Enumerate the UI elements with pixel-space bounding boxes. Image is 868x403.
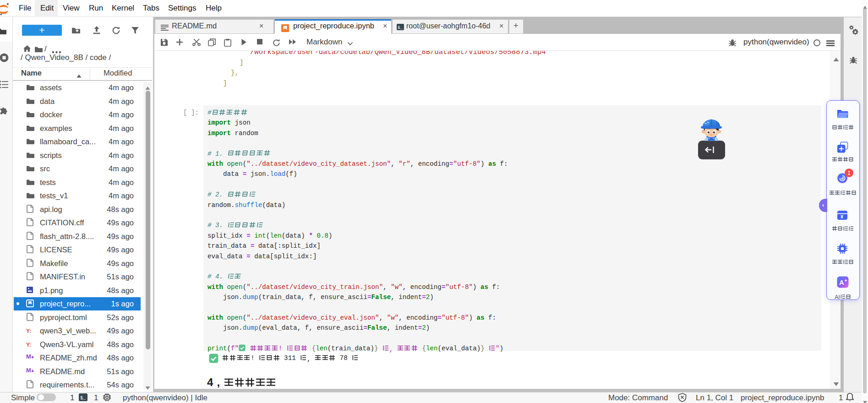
svg-text:¥: ¥	[841, 214, 843, 219]
svg-text:A: A	[839, 278, 844, 286]
svg-text:M: M	[26, 367, 31, 373]
svg-text:$_: $_	[398, 26, 403, 30]
svg-text:M: M	[26, 353, 31, 359]
svg-text:$_: $_	[80, 396, 86, 401]
